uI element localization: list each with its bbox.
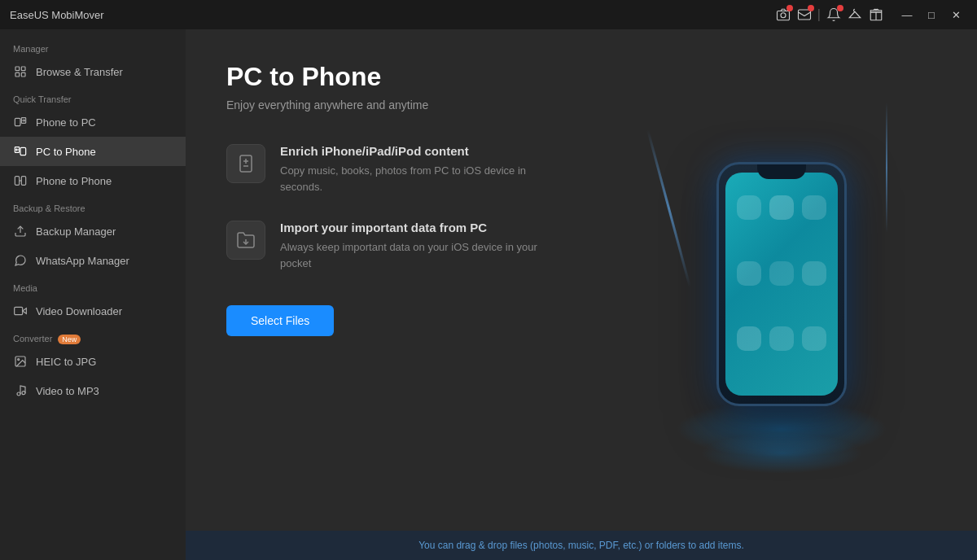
new-badge: New [58,335,81,344]
video-downloader-label: Video Downloader [36,305,122,317]
svg-point-20 [22,392,25,395]
gift-icon[interactable] [868,7,884,23]
svg-marker-15 [23,308,27,314]
svg-rect-10 [20,147,26,155]
backup-manager-label: Backup Manager [36,225,116,238]
app-icon-5 [769,261,794,286]
hanger-icon[interactable] [847,7,863,23]
phone-notch [757,164,806,179]
section-label-manager: Manager [0,36,186,57]
phone-screen [725,173,838,396]
import-title: Import your important data from PC [280,221,541,234]
sidebar-item-video-downloader[interactable]: Video Downloader [0,296,186,326]
status-text-before: You can drag & drop files [418,540,530,551]
svg-point-19 [17,392,20,396]
app-title: EaseUS MobiMover [10,9,104,21]
close-button[interactable]: ✕ [944,3,967,26]
video-to-mp3-label: Video to MP3 [36,385,99,397]
section-label-quick-transfer: Quick Transfer [0,86,186,107]
feature-import: Import your important data from PC Alway… [226,221,627,271]
svg-rect-12 [15,177,19,186]
sidebar-item-phone-to-pc[interactable]: Phone to PC [0,107,186,137]
titlebar: EaseUS MobiMover | [0,0,977,29]
phone-body [716,162,847,406]
content-left: PC to Phone Enjoy everything anywhere an… [226,62,627,506]
page-subtitle: Enjoy everything anywhere and anytime [226,98,627,112]
svg-rect-16 [15,307,23,314]
maximize-button[interactable]: □ [920,3,943,26]
status-text-after: or folders to add items. [642,540,743,551]
page-title: PC to Phone [226,62,627,92]
beam-left [646,129,691,287]
section-label-converter: Converter New [0,326,186,347]
enrich-description: Copy music, books, photos from PC to iOS… [280,163,541,195]
whatsapp-icon [13,253,28,268]
pc-to-phone-label: PC to Phone [36,146,96,158]
phone-to-pc-label: Phone to PC [36,116,96,129]
titlebar-controls: | — □ ✕ [775,3,967,26]
app-icon-8 [769,326,794,351]
music-icon [13,383,28,398]
window-controls: — □ ✕ [896,3,967,26]
import-text: Import your important data from PC Alway… [280,221,541,271]
main-layout: Manager Browse & Transfer Quick Transfer [0,29,977,560]
svg-rect-7 [21,72,25,77]
svg-rect-8 [15,118,20,125]
status-bar: You can drag & drop files (photos, music… [186,531,977,560]
app-icon-9 [802,326,826,351]
enrich-text: Enrich iPhone/iPad/iPod content Copy mus… [280,144,541,195]
content-inner: PC to Phone Enjoy everything anywhere an… [186,29,977,531]
import-description: Always keep important data on your iOS d… [280,239,541,271]
status-highlight: (photos, music, PDF, etc.) [530,540,642,551]
sidebar-item-phone-to-phone[interactable]: Phone to Phone [0,166,186,195]
phone-illustration [627,62,936,506]
sidebar-item-whatsapp-manager[interactable]: WhatsApp Manager [0,246,186,275]
bell-icon[interactable] [826,7,842,23]
email-icon[interactable] [796,7,813,23]
sidebar-item-pc-to-phone[interactable]: PC to Phone [0,137,186,166]
svg-rect-2 [798,10,810,20]
video-icon [13,304,28,318]
app-icon-4 [737,261,761,286]
sidebar-item-backup-manager[interactable]: Backup Manager [0,217,186,246]
content-area: PC to Phone Enjoy everything anywhere an… [186,29,977,560]
feature-enrich: Enrich iPhone/iPad/iPod content Copy mus… [226,144,627,195]
sidebar-item-heic-to-jpg[interactable]: HEIC to JPG [0,347,186,376]
phone-to-phone-label: Phone to Phone [36,175,112,187]
phone-glow2 [700,433,863,474]
backup-icon [13,224,28,238]
status-text: You can drag & drop files (photos, music… [418,540,744,551]
svg-point-18 [18,359,20,361]
svg-rect-13 [21,177,25,186]
select-files-button[interactable]: Select Files [226,305,334,336]
phone-to-pc-icon [13,115,28,129]
import-icon-box [226,221,265,260]
heic-to-jpg-label: HEIC to JPG [36,356,96,368]
app-icon-7 [737,326,761,351]
minimize-button[interactable]: — [896,3,918,26]
svg-rect-6 [15,72,20,77]
svg-rect-5 [21,67,25,71]
separator: | [817,7,821,22]
browse-transfer-label: Browse & Transfer [36,66,123,78]
sidebar-item-video-to-mp3[interactable]: Video to MP3 [0,376,186,405]
sidebar-item-browse-transfer[interactable]: Browse & Transfer [0,57,186,86]
whatsapp-manager-label: WhatsApp Manager [36,255,129,267]
phone-to-phone-icon [13,173,28,188]
app-icon-2 [769,195,794,220]
camera-icon[interactable] [775,7,791,23]
enrich-icon-box [226,144,265,183]
svg-rect-4 [15,67,20,71]
sidebar: Manager Browse & Transfer Quick Transfer [0,29,186,560]
enrich-title: Enrich iPhone/iPad/iPod content [280,144,541,158]
app-icon-6 [802,261,826,286]
pc-to-phone-icon [13,144,28,159]
beam-right [886,103,887,233]
app-icon-1 [737,195,761,220]
section-label-backup: Backup & Restore [0,195,186,217]
svg-point-1 [781,13,786,18]
section-label-media: Media [0,275,186,296]
grid-icon [13,64,28,79]
app-icon-3 [802,195,826,220]
image-icon [13,354,28,369]
